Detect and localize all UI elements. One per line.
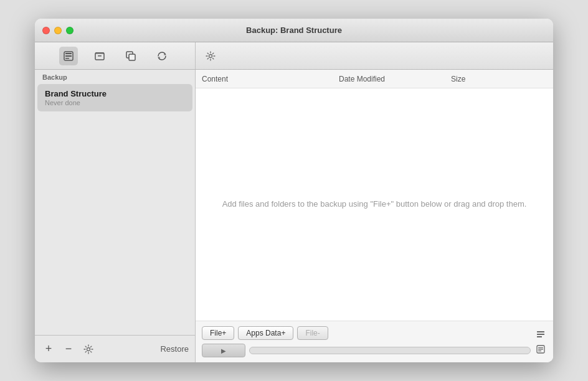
maximize-button[interactable] (66, 27, 74, 34)
svg-rect-6 (98, 55, 102, 57)
svg-rect-3 (65, 58, 69, 59)
clone-toolbar-icon[interactable] (121, 47, 140, 65)
svg-rect-1 (65, 53, 72, 54)
toolbar-left (35, 42, 196, 69)
sidebar-item-title: Brand Structure (45, 89, 185, 98)
add-backup-button[interactable]: + (41, 342, 56, 357)
list-view-icon[interactable] (534, 328, 547, 341)
window-title: Backup: Brand Structure (246, 26, 342, 35)
footer-progress: ▶ (202, 344, 531, 357)
traffic-lights (42, 27, 74, 34)
sidebar-section-header: Backup (35, 70, 195, 83)
file-minus-button[interactable]: File- (297, 326, 328, 340)
toolbar-right (196, 42, 553, 69)
content-footer: File+ Apps Data+ File- ▶ (196, 321, 553, 362)
content-header: Content Date Modified Size (196, 70, 553, 88)
sync-toolbar-icon[interactable] (153, 47, 171, 65)
content-body[interactable]: Add files and folders to the backup usin… (196, 88, 553, 321)
play-button[interactable]: ▶ (202, 344, 245, 357)
svg-rect-16 (538, 349, 543, 350)
title-bar: Backup: Brand Structure (35, 19, 553, 42)
archive-toolbar-icon[interactable] (90, 47, 109, 65)
sidebar-item-subtitle: Never done (45, 99, 185, 106)
svg-rect-12 (537, 334, 544, 335)
close-button[interactable] (42, 27, 50, 34)
svg-rect-17 (538, 350, 541, 351)
backup-toolbar-icon[interactable] (59, 47, 78, 65)
restore-button[interactable]: Restore (160, 344, 189, 354)
file-plus-button[interactable]: File+ (202, 326, 234, 340)
footer-main: File+ Apps Data+ File- ▶ (202, 326, 531, 357)
col-header-content: Content (202, 75, 339, 83)
col-header-modified: Date Modified (339, 75, 451, 83)
svg-rect-11 (537, 331, 544, 332)
sidebar: Backup Brand Structure Never done + − Re… (35, 70, 196, 362)
sidebar-bottom: + − Restore (35, 335, 195, 362)
col-header-size: Size (451, 75, 547, 83)
main-area: Backup Brand Structure Never done + − Re… (35, 70, 553, 362)
app-window: Backup: Brand Structure (35, 19, 553, 362)
sidebar-item-brand-structure[interactable]: Brand Structure Never done (37, 84, 192, 111)
footer-right-icons (534, 326, 547, 357)
svg-rect-13 (537, 336, 542, 337)
settings-toolbar-icon[interactable] (202, 47, 219, 65)
settings-button[interactable] (81, 342, 96, 357)
footer-buttons: File+ Apps Data+ File- (202, 326, 531, 340)
toolbar (35, 42, 553, 70)
empty-state-message: Add files and folders to the backup usin… (222, 198, 527, 211)
svg-point-10 (87, 347, 90, 350)
svg-rect-15 (538, 347, 543, 348)
progress-bar (249, 347, 531, 354)
svg-rect-2 (65, 55, 72, 57)
play-icon: ▶ (221, 347, 226, 354)
log-icon[interactable] (534, 343, 547, 355)
content-area: Content Date Modified Size Add files and… (196, 70, 553, 362)
svg-rect-8 (129, 54, 135, 60)
apps-data-plus-button[interactable]: Apps Data+ (238, 326, 293, 340)
svg-point-9 (209, 54, 212, 57)
minimize-button[interactable] (54, 27, 62, 34)
svg-rect-5 (95, 52, 104, 54)
remove-backup-button[interactable]: − (61, 342, 76, 357)
